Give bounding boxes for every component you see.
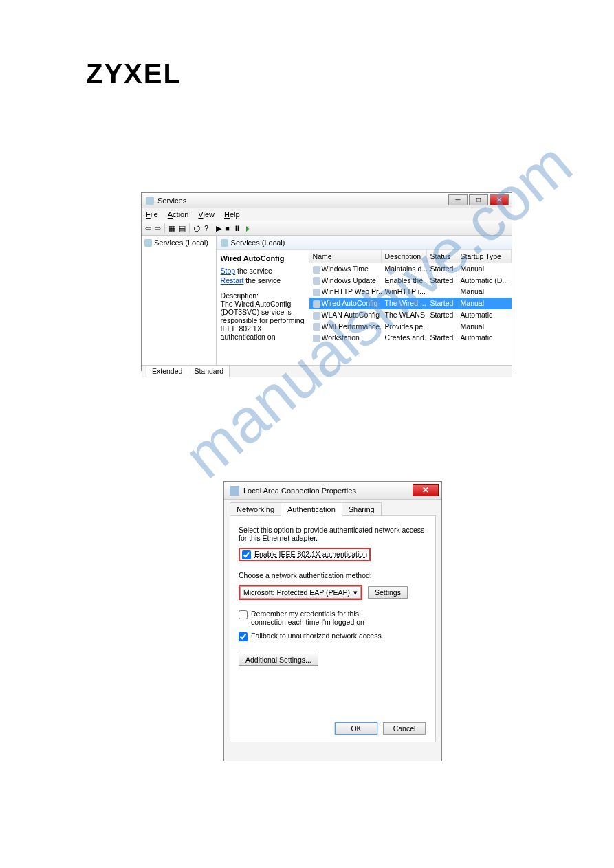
tab-authentication[interactable]: Authentication <box>281 502 342 516</box>
enable-8021x-checkbox[interactable] <box>242 550 251 559</box>
refresh-icon[interactable]: ⭯ <box>193 224 201 232</box>
stop-link[interactable]: Stop <box>221 267 236 275</box>
panel-header: Services (Local) <box>217 236 512 250</box>
services-window: Services ─ □ ✕ File Action View Help ⇦ ⇨… <box>141 192 512 371</box>
gear-icon <box>146 197 154 205</box>
lan-titlebar: Local Area Connection Properties ✕ <box>224 482 441 500</box>
forward-icon[interactable]: ⇨ <box>155 224 161 233</box>
col-header-startup[interactable]: Startup Type <box>457 250 512 263</box>
network-icon <box>230 486 239 496</box>
menu-file[interactable]: File <box>146 210 158 219</box>
remember-label: Remember my credentials for this connect… <box>251 610 395 626</box>
tab-sharing[interactable]: Sharing <box>342 502 382 516</box>
service-icon <box>313 323 320 331</box>
tree-item-services-local[interactable]: Services (Local) <box>144 238 213 247</box>
gear-icon <box>144 239 152 247</box>
gear-icon <box>221 239 228 247</box>
ok-button[interactable]: OK <box>335 722 377 735</box>
settings-button[interactable]: Settings <box>368 586 408 599</box>
service-icon <box>313 312 320 320</box>
service-icon <box>313 335 320 342</box>
detail-panel: Wired AutoConfig Stop the service Restar… <box>217 250 309 365</box>
back-icon[interactable]: ⇦ <box>145 224 151 233</box>
table-row[interactable]: Windows UpdateEnables the ...StartedAuto… <box>309 275 512 287</box>
pause-icon[interactable]: ⏸ <box>233 224 241 232</box>
menu-view[interactable]: View <box>198 210 215 219</box>
services-titlebar: Services ─ □ ✕ <box>142 193 512 208</box>
menubar: File Action View Help <box>142 208 512 221</box>
tree-label: Services (Local) <box>154 238 208 247</box>
lan-properties-dialog: Local Area Connection Properties ✕ Netwo… <box>223 481 442 761</box>
selected-method: Microsoft: Protected EAP (PEAP) <box>243 588 350 597</box>
tab-standard[interactable]: Standard <box>188 366 230 377</box>
restart-text: the service <box>243 276 281 285</box>
view-icon[interactable]: ▦ <box>168 224 175 233</box>
service-icon <box>313 277 320 285</box>
tab-networking[interactable]: Networking <box>230 502 281 516</box>
table-row[interactable]: WMI Performance...Provides pe...Manual <box>309 321 512 333</box>
panel-title: Services (Local) <box>231 238 285 247</box>
fallback-checkbox[interactable] <box>239 632 248 641</box>
chevron-down-icon: ▾ <box>353 588 358 597</box>
play-icon[interactable]: ▶ <box>216 224 221 233</box>
description-label: Description: <box>221 291 305 300</box>
stop-icon[interactable]: ■ <box>225 224 230 232</box>
remember-checkbox[interactable] <box>239 610 248 619</box>
list-icon[interactable]: ▤ <box>179 224 186 233</box>
col-header-status[interactable]: Status <box>427 250 457 263</box>
dialog-title: Local Area Connection Properties <box>243 487 356 495</box>
restart-icon[interactable]: ⏵ <box>244 224 252 232</box>
close-button[interactable]: ✕ <box>490 194 509 205</box>
service-icon <box>313 266 320 274</box>
table-row[interactable]: Wired AutoConfigThe Wired ...StartedManu… <box>309 298 512 309</box>
lan-tabs: Networking Authentication Sharing <box>224 500 441 516</box>
choose-method-label: Choose a network authentication method: <box>239 571 427 579</box>
col-header-name[interactable]: Name <box>309 250 382 263</box>
menu-action[interactable]: Action <box>168 210 189 219</box>
minimize-button[interactable]: ─ <box>448 194 468 205</box>
auth-method-dropdown[interactable]: Microsoft: Protected EAP (PEAP) ▾ <box>240 586 361 599</box>
tab-extended[interactable]: Extended <box>146 366 188 377</box>
services-table: Name Description Status Startup Type Win… <box>309 250 512 365</box>
toolbar: ⇦ ⇨ ▦ ▤ ⭯ ? ▶ ■ ⏸ ⏵ <box>142 221 512 236</box>
enable-8021x-label: Enable IEEE 802.1X authentication <box>254 550 367 558</box>
view-tabs: Extended Standard <box>142 365 512 377</box>
nav-tree: Services (Local) <box>142 236 217 365</box>
col-header-description[interactable]: Description <box>382 250 427 263</box>
table-row[interactable]: WinHTTP Web Pr...WinHTTP i...Manual <box>309 286 512 298</box>
cancel-button[interactable]: Cancel <box>383 722 426 735</box>
close-button[interactable]: ✕ <box>413 484 439 496</box>
table-row[interactable]: WLAN AutoConfigThe WLANS...StartedAutoma… <box>309 309 512 321</box>
table-row[interactable]: WorkstationCreates and...StartedAutomati… <box>309 332 512 344</box>
intro-text: Select this option to provide authentica… <box>239 526 427 542</box>
zyxel-logo: ZYXEL <box>86 58 182 89</box>
restart-link[interactable]: Restart <box>221 276 244 285</box>
menu-help[interactable]: Help <box>224 210 240 219</box>
stop-text: the service <box>235 267 272 275</box>
additional-settings-button[interactable]: Additional Settings... <box>239 654 318 666</box>
lan-body: Select this option to provide authentica… <box>230 515 436 742</box>
window-title: Services <box>157 197 186 205</box>
service-icon <box>313 289 320 296</box>
selected-service-title: Wired AutoConfig <box>221 254 305 263</box>
table-row[interactable]: Windows TimeMaintains d...StartedManual <box>309 263 512 275</box>
maximize-button[interactable]: □ <box>469 194 488 205</box>
description-text: The Wired AutoConfig (DOT3SVC) service i… <box>221 300 305 341</box>
help-icon[interactable]: ? <box>204 224 208 232</box>
service-icon <box>313 300 320 308</box>
fallback-label: Fallback to unauthorized network access <box>251 632 382 640</box>
